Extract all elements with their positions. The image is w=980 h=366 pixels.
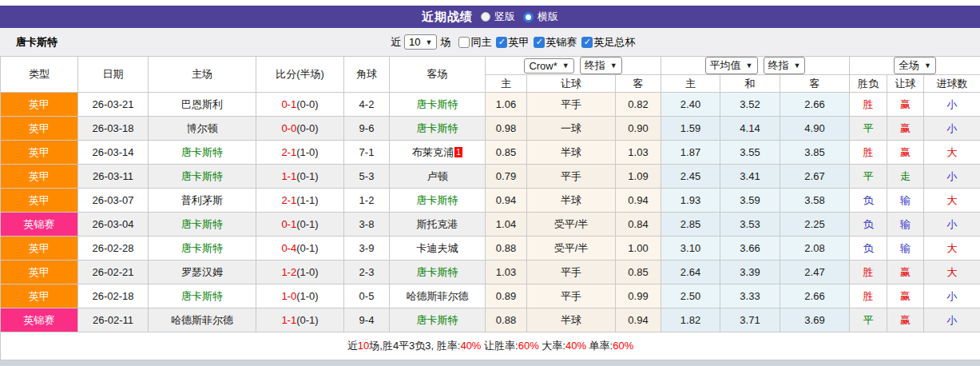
radio-horizontal-label[interactable]: 横版 xyxy=(538,10,558,24)
col-header-odds-away: 客 xyxy=(616,75,661,93)
halftime-score: (1-0) xyxy=(296,146,318,158)
layout-radio-vertical[interactable]: 竖版 xyxy=(481,10,515,24)
outcome-cell: 平 xyxy=(850,308,887,332)
avg-home-cell: 1.93 xyxy=(661,189,720,213)
away-team: 斯托克港 xyxy=(417,218,458,230)
radio-unchecked-icon[interactable] xyxy=(481,12,490,22)
type-badge: 英锦赛 xyxy=(1,213,78,237)
team-name: 唐卡斯特 xyxy=(16,28,58,56)
layout-radio-horizontal[interactable]: 横版 xyxy=(523,10,558,24)
radio-vertical-label[interactable]: 竖版 xyxy=(494,10,515,24)
date-cell: 26-03-18 xyxy=(78,117,149,141)
home-team: 唐卡斯特 xyxy=(149,213,256,237)
checkbox-label[interactable]: 同主 xyxy=(470,35,491,50)
score-cell: 0-1(0-0) xyxy=(256,93,344,117)
fulltime-score: 1-1 xyxy=(281,314,296,326)
chevron-down-icon: ▼ xyxy=(425,38,432,46)
summary-segment: 场,胜4平3负3, 胜率: xyxy=(369,340,460,352)
avg-stage-select[interactable]: 终指 ▼ xyxy=(764,57,806,74)
corner-cell: 7-1 xyxy=(344,141,390,165)
home-team: 唐卡斯特 xyxy=(149,284,256,308)
corner-cell: 4-2 xyxy=(344,93,390,117)
checkbox[interactable]: ✓ xyxy=(496,37,507,48)
summary-segment: 近 xyxy=(347,340,358,352)
home-team: 博尔顿 xyxy=(149,117,256,141)
date-cell: 26-03-21 xyxy=(78,93,149,117)
chevron-down-icon: ▼ xyxy=(794,62,801,70)
away-team-cell: 卡迪夫城 xyxy=(390,237,486,261)
avg-away-cell: 2.08 xyxy=(780,237,850,261)
odds-home-cell: 1.03 xyxy=(486,261,527,284)
halftime-score: (0-1) xyxy=(296,218,318,230)
summary-segment: 40% xyxy=(565,340,586,352)
away-team-cell: 唐卡斯特 xyxy=(390,93,486,117)
panel-title: 近期战绩 xyxy=(422,10,473,25)
avg-away-cell: 2.47 xyxy=(780,261,850,284)
away-team-cell: 哈德斯菲尔德 xyxy=(390,284,486,308)
avg-home-cell: 1.82 xyxy=(661,308,720,332)
type-badge: 英甲 xyxy=(1,93,78,117)
avg-select[interactable]: 平均值 ▼ xyxy=(705,57,758,74)
col-header-handicap: 让球 xyxy=(527,75,616,93)
avg-home-cell: 1.87 xyxy=(661,141,720,165)
avg-away-cell: 2.67 xyxy=(780,165,850,189)
corner-cell: 3-8 xyxy=(344,213,390,237)
away-team-cell: 斯托克港 xyxy=(390,213,486,237)
type-badge: 英甲 xyxy=(1,261,78,284)
table-row: 英甲 26-03-07 普利茅斯 2-1(1-1) 1-2 唐卡斯特 0.94 … xyxy=(1,189,980,213)
halftime-score: (0-0) xyxy=(296,98,318,110)
odds-home-cell: 1.04 xyxy=(486,213,527,237)
odds-home-cell: 0.89 xyxy=(486,284,527,308)
odds-away-cell: 1.03 xyxy=(616,141,661,165)
table-row: 英甲 26-02-28 唐卡斯特 0-4(0-1) 3-9 卡迪夫城 0.88 … xyxy=(1,237,980,261)
away-team: 唐卡斯特 xyxy=(417,98,458,110)
handicap-cell: 平手 xyxy=(527,284,616,308)
avg-away-cell: 3.58 xyxy=(780,189,850,213)
away-team: 唐卡斯特 xyxy=(417,266,458,278)
odds-home-cell: 0.94 xyxy=(486,189,527,213)
odds-stage-select-value: 终指 xyxy=(585,58,605,73)
date-cell: 26-02-28 xyxy=(78,237,149,261)
date-cell: 26-02-21 xyxy=(78,261,149,284)
handicap-result-cell: 输 xyxy=(887,213,924,237)
home-team: 哈德斯菲尔德 xyxy=(149,308,256,332)
checkbox-label[interactable]: 英锦赛 xyxy=(546,35,577,50)
odds-home-cell: 0.79 xyxy=(486,165,527,189)
halftime-score: (0-0) xyxy=(296,122,318,134)
filter-checkbox-group: 同主 ✓ 英甲 ✓ 英锦赛 ✓ 英足总杯 xyxy=(454,35,635,50)
odds-away-cell: 0.94 xyxy=(616,189,661,213)
summary-segment: 让胜率: xyxy=(481,340,518,352)
handicap-result-cell: 输 xyxy=(887,237,924,261)
bookmaker-select[interactable]: Crow* ▼ xyxy=(524,58,573,74)
avg-home-cell: 2.45 xyxy=(661,165,720,189)
odds-away-cell: 1.00 xyxy=(616,237,661,261)
home-team: 唐卡斯特 xyxy=(149,141,256,165)
goals-cell: 小 xyxy=(924,284,980,308)
outcome-cell: 负 xyxy=(850,213,887,237)
col-header-avg-away: 客 xyxy=(780,75,850,93)
handicap-cell: 平手 xyxy=(527,165,616,189)
chevron-down-icon: ▼ xyxy=(746,62,753,70)
checkbox-label[interactable]: 英足总杯 xyxy=(593,35,635,50)
checkbox[interactable]: ✓ xyxy=(534,37,545,48)
odds-stage-select[interactable]: 终指 ▼ xyxy=(580,57,622,74)
score-cell: 1-1(0-1) xyxy=(256,308,344,332)
col-header-date: 日期 xyxy=(78,57,149,93)
bookmaker-select-value: Crow* xyxy=(529,60,557,72)
recent-count-select[interactable]: 10 ▼ xyxy=(404,34,437,50)
corner-cell: 1-2 xyxy=(344,189,390,213)
checkbox-label[interactable]: 英甲 xyxy=(508,35,529,50)
radio-checked-icon[interactable] xyxy=(523,12,534,22)
halftime-score: (0-1) xyxy=(296,314,318,326)
period-select[interactable]: 全场 ▼ xyxy=(894,57,936,74)
recent-count-value: 10 xyxy=(409,36,420,48)
checkbox[interactable] xyxy=(458,37,470,48)
avg-home-cell: 2.85 xyxy=(661,213,720,237)
avg-draw-cell: 3.39 xyxy=(720,261,780,284)
avg-draw-cell: 4.14 xyxy=(720,117,780,141)
halftime-score: (1-1) xyxy=(296,194,318,206)
checkbox[interactable]: ✓ xyxy=(581,37,593,48)
summary-segment: 40% xyxy=(460,340,481,352)
col-header-score: 比分(半场) xyxy=(256,57,344,93)
handicap-cell: 平手 xyxy=(527,93,616,117)
